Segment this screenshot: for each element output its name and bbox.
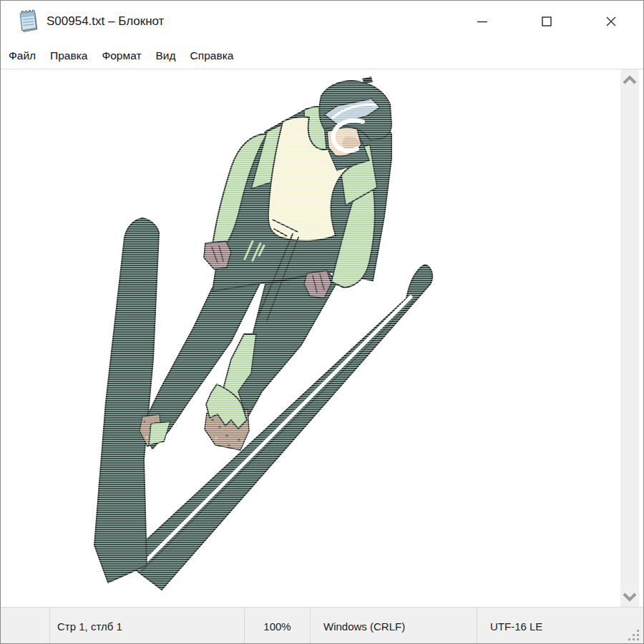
- minimize-icon: [476, 15, 489, 28]
- menu-help[interactable]: Справка: [183, 43, 241, 68]
- left-glove: [204, 241, 231, 269]
- caption-buttons: [450, 1, 643, 42]
- chevron-down-icon: [622, 592, 638, 602]
- maximize-icon: [540, 15, 553, 28]
- scroll-up-button[interactable]: [620, 69, 639, 91]
- resize-grip[interactable]: [628, 629, 640, 642]
- status-bar: Стр 1, стлб 1 100% Windows (CRLF) UTF-16…: [1, 607, 643, 644]
- ski-jumper-illustration: [1, 69, 620, 607]
- maximize-button[interactable]: [514, 1, 579, 42]
- minimize-button[interactable]: [450, 1, 514, 42]
- status-encoding: UTF-16 LE: [477, 608, 643, 644]
- menu-view[interactable]: Вид: [149, 43, 183, 68]
- notepad-window: S00954.txt – Блокнот Файл Правка Формат …: [0, 0, 644, 644]
- scroll-down-button[interactable]: [620, 586, 639, 607]
- status-spacer: [1, 608, 49, 644]
- menu-edit[interactable]: Правка: [43, 43, 94, 68]
- menu-file[interactable]: Файл: [1, 43, 43, 68]
- menu-format[interactable]: Формат: [94, 43, 148, 68]
- text-edit-area[interactable]: [1, 69, 643, 607]
- close-icon: [605, 15, 618, 28]
- left-ski: [94, 218, 159, 582]
- status-cursor-position: Стр 1, стлб 1: [49, 608, 244, 644]
- status-zoom-level: 100%: [244, 608, 310, 644]
- status-line-ending: Windows (CRLF): [310, 608, 477, 644]
- title-bar: S00954.txt – Блокнот: [1, 1, 643, 42]
- chevron-up-icon: [622, 75, 638, 85]
- menu-bar: Файл Правка Формат Вид Справка: [1, 42, 643, 69]
- close-button[interactable]: [579, 1, 643, 42]
- window-title: S00954.txt – Блокнот: [47, 14, 164, 29]
- vertical-scrollbar[interactable]: [620, 69, 639, 607]
- notepad-icon: [18, 9, 39, 34]
